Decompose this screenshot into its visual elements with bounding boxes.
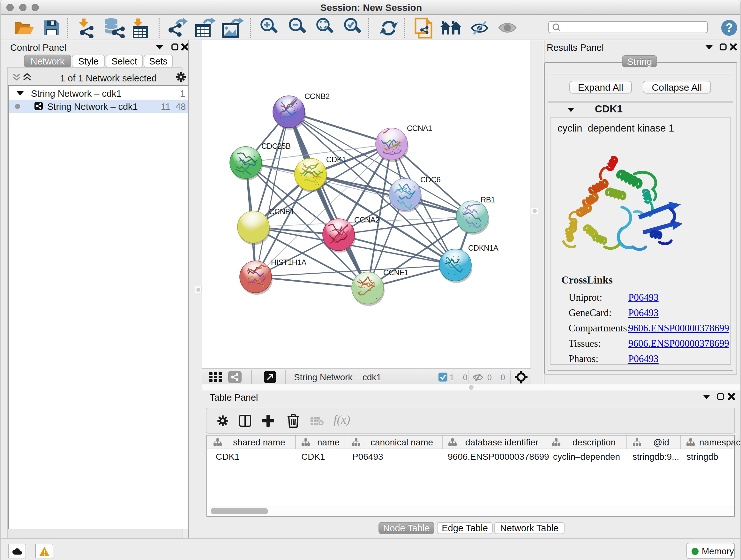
svg-text:CDKN1A: CDKN1A xyxy=(468,244,498,252)
svg-text:CDC6: CDC6 xyxy=(420,175,441,184)
svg-text:CDK1: CDK1 xyxy=(326,155,346,164)
svg-text:CCNE1: CCNE1 xyxy=(383,268,408,277)
svg-text:HIST1H1A: HIST1H1A xyxy=(271,258,307,266)
svg-text:CCNA2: CCNA2 xyxy=(354,215,380,224)
svg-text:RB1: RB1 xyxy=(481,195,495,204)
svg-text:CCNB2: CCNB2 xyxy=(305,92,330,101)
svg-text:?: ? xyxy=(726,21,733,34)
svg-text:CCNA1: CCNA1 xyxy=(407,124,432,132)
svg-text:CDC25B: CDC25B xyxy=(261,142,291,150)
svg-text:CCNB1: CCNB1 xyxy=(269,207,294,216)
